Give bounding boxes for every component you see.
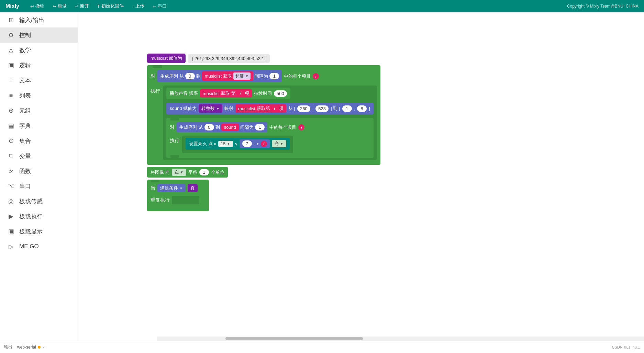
sidebar-item-math[interactable]: △ 数学 bbox=[0, 43, 78, 58]
i-var-1[interactable]: i bbox=[313, 73, 319, 79]
direction-dropdown[interactable]: 左 ▼ bbox=[172, 169, 186, 176]
exec-section: 执行 播放声音 频率 musiclist 获取 第 i bbox=[147, 85, 380, 162]
serial-icon: ⌥ bbox=[7, 182, 15, 190]
disconnect-btn[interactable]: ⇌ 断开 bbox=[75, 3, 89, 9]
serial-btn[interactable]: ⇐ 串口 bbox=[153, 3, 167, 9]
shift-image-block[interactable]: 将图像 向 左 ▼ 平移 1 个单位 bbox=[147, 167, 228, 178]
sound-var-block[interactable]: sound bbox=[221, 124, 239, 131]
musiclist-values: 261,293,329,349,392,440,493,522 bbox=[195, 56, 263, 61]
set-pixel-block[interactable]: 设置亮灭 点 x 15 ▼ y 7 - bbox=[186, 138, 290, 150]
i-var-2[interactable]: i bbox=[237, 90, 243, 96]
mego-icon: ▷ bbox=[7, 242, 15, 251]
length-dropdown[interactable]: 长度 ▼ bbox=[233, 72, 251, 80]
interval-val2-input[interactable]: 1 bbox=[255, 124, 265, 130]
tab-label: web-serial bbox=[17, 345, 36, 350]
scrollbar-thumb[interactable] bbox=[225, 337, 363, 340]
io-icon: ⊞ bbox=[7, 16, 15, 24]
true-block[interactable]: 真 bbox=[188, 184, 198, 192]
sidebar-item-control[interactable]: ⚙ 控制 bbox=[0, 27, 78, 43]
map-to1-input[interactable]: 1 bbox=[342, 105, 352, 112]
sidebar-label-serial: 串口 bbox=[19, 182, 31, 190]
upload-btn[interactable]: ↑ 上传 bbox=[132, 3, 145, 9]
header: Mixly ↩ 撤销 ↪ 重做 ⇌ 断开 T 初始化固件 ↑ 上传 ⇐ 串口 C… bbox=[0, 0, 644, 12]
sidebar-item-display[interactable]: ▣ 板载显示 bbox=[0, 224, 78, 239]
musiclist-get-item-block[interactable]: musiclist 获取 第 i 项 bbox=[200, 89, 252, 98]
bottom-bar: 输出 web-serial × CSDN ©Ls_nu... bbox=[0, 341, 644, 353]
sidebar-label-display: 板载显示 bbox=[19, 228, 43, 236]
musiclist-get-length-block[interactable]: musiclist 获取 长度 ▼ bbox=[202, 71, 254, 81]
sidebar-label-control: 控制 bbox=[19, 31, 31, 39]
func-icon: fx bbox=[7, 167, 15, 175]
sidebar-item-var[interactable]: ⧉ 变量 bbox=[0, 148, 78, 163]
condition-dropdown-block[interactable]: 满足条件 ▼ bbox=[157, 184, 186, 192]
map-from2-input[interactable]: 523 bbox=[315, 105, 329, 112]
musiclist-assign-block[interactable]: musiclist 赋值为 bbox=[147, 54, 186, 63]
set-icon: ⊙ bbox=[7, 137, 15, 145]
horizontal-scrollbar[interactable] bbox=[157, 337, 644, 341]
math-icon: △ bbox=[7, 46, 15, 54]
sidebar-item-serial[interactable]: ⌥ 串口 bbox=[0, 179, 78, 194]
bright-dropdown[interactable]: 亮 ▼ bbox=[272, 140, 286, 147]
sidebar-label-io: 输入/输出 bbox=[19, 16, 44, 24]
x-val-dropdown[interactable]: 15 ▼ bbox=[218, 141, 233, 147]
inner-exec-block: 播放声音 频率 musiclist 获取 第 i 项 持续时间 500 bbox=[163, 86, 377, 160]
dict-icon: ▤ bbox=[7, 122, 15, 130]
sidebar-item-mego[interactable]: ▷ ME GO bbox=[0, 239, 78, 254]
inner-exec-section2: 执行 设置亮灭 点 x 15 ▼ bbox=[166, 135, 374, 155]
sensor-icon: ◎ bbox=[7, 197, 15, 205]
close-tab-btn[interactable]: × bbox=[42, 345, 44, 349]
play-sound-row: 播放声音 频率 musiclist 获取 第 i 项 持续时间 500 bbox=[166, 88, 374, 99]
gen-seq-block[interactable]: 生成序列 从 0 到 musiclist 获取 长度 ▼ 间隔为 1 bbox=[157, 70, 282, 82]
i-var-3[interactable]: i bbox=[271, 105, 278, 112]
i-var-4[interactable]: i bbox=[298, 124, 304, 130]
canvas-area[interactable]: musiclist 赋值为 [ 261,293,329,349,392,440,… bbox=[78, 12, 644, 341]
sidebar-label-sensor: 板载传感 bbox=[19, 197, 43, 205]
map-to2-input[interactable]: 8 bbox=[357, 105, 367, 112]
musiclist-get-item2-block[interactable]: musiclist 获取第 i 项 bbox=[235, 104, 286, 113]
sidebar-item-sensor[interactable]: ◎ 板载传感 bbox=[0, 194, 78, 209]
sidebar-item-dict[interactable]: ▤ 字典 bbox=[0, 118, 78, 133]
duration-input[interactable]: 500 bbox=[274, 90, 287, 97]
sound-assign-row: sound 赋值为 转整数 ▼ 映射 musiclist 获取第 bbox=[166, 103, 374, 114]
sidebar-item-logic[interactable]: ▣ 逻辑 bbox=[0, 58, 78, 73]
map-from1-input[interactable]: 260 bbox=[297, 105, 310, 112]
each-item-label: 中的每个项目 bbox=[284, 73, 311, 79]
sidebar-item-exec[interactable]: ▶ 板载执行 bbox=[0, 209, 78, 224]
sidebar-item-tuple[interactable]: ⊕ 元组 bbox=[0, 103, 78, 118]
sidebar-item-set[interactable]: ⊙ 集合 bbox=[0, 133, 78, 148]
i-var-5[interactable]: i bbox=[261, 141, 267, 147]
y-expr-block[interactable]: 7 - ▼ i bbox=[240, 139, 270, 148]
init-firmware-btn[interactable]: T 初始化固件 bbox=[97, 3, 124, 9]
exec-icon: ▶ bbox=[7, 212, 15, 220]
play-sound-block[interactable]: 播放声音 频率 musiclist 获取 第 i 项 持续时间 500 bbox=[166, 88, 290, 99]
display-icon: ▣ bbox=[7, 227, 15, 236]
sidebar-item-io[interactable]: ⊞ 输入/输出 bbox=[0, 12, 78, 27]
exec-label2: 执行 bbox=[170, 138, 179, 144]
from-val2-input[interactable]: 0 bbox=[204, 124, 214, 130]
sidebar-item-list[interactable]: ≡ 列表 bbox=[0, 88, 78, 103]
each-item2-label: 中的每个项目 bbox=[269, 124, 296, 130]
to-int-block[interactable]: 转整数 ▼ bbox=[199, 104, 222, 113]
sound-assign-block[interactable]: sound 赋值为 转整数 ▼ 映射 musiclist 获取第 bbox=[166, 103, 374, 114]
interval-val-input[interactable]: 1 bbox=[269, 73, 279, 79]
inner-for-loop-block: 对 生成序列 从 0 到 sound 间隔为 bbox=[166, 118, 374, 158]
while-loop-block: 当 满足条件 ▼ 真 重复执行 bbox=[147, 180, 209, 211]
from-val-input[interactable]: 0 bbox=[185, 73, 195, 79]
sidebar-item-text[interactable]: T 文本 bbox=[0, 73, 78, 88]
shift-val-input[interactable]: 1 bbox=[199, 169, 209, 175]
undo-btn[interactable]: ↩ 撤销 bbox=[30, 3, 44, 9]
shift-image-row: 将图像 向 左 ▼ 平移 1 个单位 bbox=[147, 167, 380, 178]
sidebar-label-mego: ME GO bbox=[19, 243, 39, 250]
gen-seq2-block[interactable]: 生成序列 从 0 到 sound 间隔为 1 bbox=[177, 122, 267, 132]
sidebar-label-text: 文本 bbox=[19, 77, 31, 84]
sidebar-label-set: 集合 bbox=[19, 137, 31, 145]
y-val-input[interactable]: 7 bbox=[242, 140, 252, 147]
sidebar-item-func[interactable]: fx 函数 bbox=[0, 163, 78, 179]
web-serial-tab[interactable]: web-serial × bbox=[15, 344, 47, 350]
musiclist-values-block[interactable]: [ 261,293,329,349,392,440,493,522 ] bbox=[188, 54, 269, 63]
block-workspace: musiclist 赋值为 [ 261,293,329,349,392,440,… bbox=[147, 54, 380, 211]
text-icon: T bbox=[7, 76, 15, 84]
for-header-row: 对 生成序列 从 0 到 musiclist 获取 长度 ▼ 间隔为 bbox=[147, 68, 380, 83]
repeat-label: 重复执行 bbox=[151, 197, 170, 203]
redo-btn[interactable]: ↪ 重做 bbox=[53, 3, 67, 9]
